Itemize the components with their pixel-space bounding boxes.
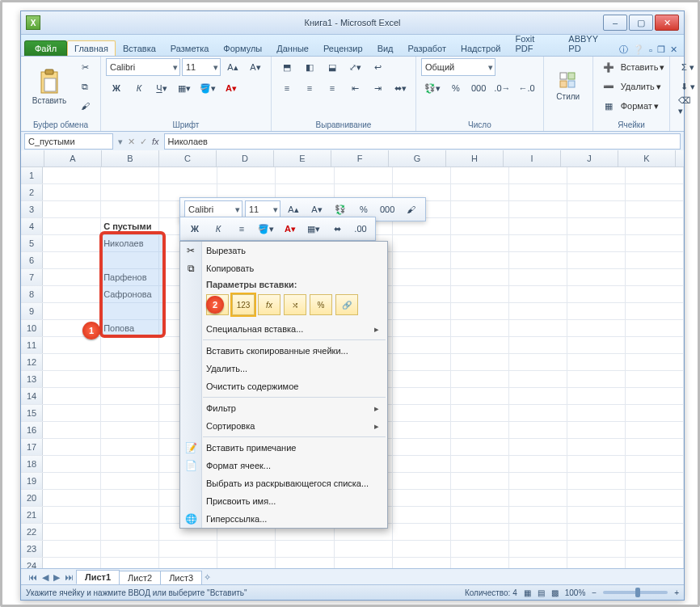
fx-icon[interactable]: fx xyxy=(152,137,159,146)
cell[interactable] xyxy=(43,524,101,540)
ctx-filter[interactable]: Фильтр▸ xyxy=(180,399,387,417)
tab-formulas[interactable]: Формулы xyxy=(216,40,269,56)
cell[interactable] xyxy=(393,286,451,302)
row-header[interactable]: 7 xyxy=(21,269,43,285)
cell[interactable] xyxy=(335,167,393,183)
tab-addins[interactable]: Надстрой xyxy=(453,40,508,56)
row-header[interactable]: 11 xyxy=(21,337,43,353)
cell[interactable] xyxy=(509,303,567,319)
inc-decimal-icon[interactable]: .0→ xyxy=(491,79,513,97)
cell[interactable] xyxy=(626,201,684,217)
align-left-icon[interactable]: ≡ xyxy=(276,79,297,97)
mini-bold-icon[interactable]: Ж xyxy=(184,220,205,238)
paste-transpose-icon[interactable]: ⤭ xyxy=(284,294,306,315)
align-right-icon[interactable]: ≡ xyxy=(322,79,343,97)
cell[interactable] xyxy=(509,235,567,251)
cell[interactable] xyxy=(159,167,217,183)
cell[interactable] xyxy=(101,337,159,353)
mini-font-select[interactable]: Calibri xyxy=(184,200,242,218)
cell[interactable] xyxy=(626,558,684,569)
cell[interactable] xyxy=(509,184,567,200)
delete-cells-label[interactable]: Удалить xyxy=(621,82,655,91)
styles-button[interactable]: Стили xyxy=(549,58,588,113)
cell[interactable] xyxy=(567,524,626,540)
cell[interactable] xyxy=(43,354,101,370)
cell[interactable] xyxy=(451,388,509,404)
zoom-level[interactable]: 100% xyxy=(565,588,586,597)
cell[interactable] xyxy=(567,320,626,336)
cell[interactable] xyxy=(451,184,509,200)
cell[interactable]: Парфенов xyxy=(101,269,159,285)
row-header[interactable]: 20 xyxy=(21,490,43,506)
cell[interactable] xyxy=(509,201,567,217)
cell[interactable] xyxy=(43,507,101,523)
cell[interactable] xyxy=(393,422,451,438)
cell[interactable] xyxy=(626,354,684,370)
cell[interactable] xyxy=(159,541,217,557)
ctx-name[interactable]: Присвоить имя... xyxy=(180,492,387,510)
row-header[interactable]: 17 xyxy=(21,439,43,455)
cell[interactable] xyxy=(451,320,509,336)
row-header[interactable]: 9 xyxy=(21,303,43,319)
cell[interactable] xyxy=(101,201,159,217)
cell[interactable] xyxy=(626,490,684,506)
cell[interactable] xyxy=(393,439,451,455)
cell[interactable] xyxy=(393,524,451,540)
cell[interactable] xyxy=(393,320,451,336)
cell[interactable] xyxy=(451,218,509,234)
cell[interactable] xyxy=(101,422,159,438)
cell[interactable] xyxy=(509,337,567,353)
sheet-nav-first-icon[interactable]: ⏮ xyxy=(26,572,40,582)
font-size-select[interactable]: 11 xyxy=(182,58,221,76)
cell[interactable] xyxy=(101,507,159,523)
paste-link-icon[interactable]: 🔗 xyxy=(335,294,358,315)
row-header[interactable]: 4 xyxy=(21,218,43,234)
cancel-formula-icon[interactable]: ✕ xyxy=(128,137,135,147)
cell[interactable] xyxy=(43,252,101,268)
cell[interactable] xyxy=(567,439,626,455)
cell[interactable] xyxy=(509,286,567,302)
cell[interactable] xyxy=(217,541,276,557)
cell[interactable] xyxy=(393,252,451,268)
cell[interactable] xyxy=(393,269,451,285)
cell[interactable] xyxy=(509,252,567,268)
cell[interactable] xyxy=(451,473,509,489)
cell[interactable] xyxy=(101,473,159,489)
align-top-icon[interactable]: ⬒ xyxy=(276,58,297,76)
row-header[interactable]: 18 xyxy=(21,456,43,472)
cell[interactable] xyxy=(393,388,451,404)
cell[interactable] xyxy=(509,371,567,387)
grow-font-icon[interactable]: A▴ xyxy=(222,58,243,76)
border-icon[interactable]: ▦▾ xyxy=(174,79,195,97)
cell[interactable] xyxy=(626,184,684,200)
help-icon[interactable]: ❔ xyxy=(633,44,644,55)
row-header[interactable]: 24 xyxy=(21,558,43,569)
col-header[interactable]: K xyxy=(618,150,676,167)
cell[interactable] xyxy=(509,422,567,438)
cell[interactable] xyxy=(626,456,684,472)
ctx-paste-special[interactable]: Специальная вставка...▸ xyxy=(180,320,387,338)
col-header[interactable]: J xyxy=(561,150,618,167)
window-opts-icon[interactable]: ▫ xyxy=(649,45,652,55)
cell[interactable] xyxy=(335,558,393,569)
italic-icon[interactable]: К xyxy=(129,79,150,97)
cell[interactable] xyxy=(567,371,626,387)
row-header[interactable]: 16 xyxy=(21,422,43,438)
select-all-corner[interactable] xyxy=(21,150,44,167)
view-normal-icon[interactable]: ▦ xyxy=(524,588,531,597)
tab-data[interactable]: Данные xyxy=(269,40,316,56)
formula-input[interactable]: Николаев xyxy=(164,133,681,150)
cell[interactable] xyxy=(393,371,451,387)
cell[interactable] xyxy=(101,184,159,200)
cell[interactable] xyxy=(43,269,101,285)
cell[interactable] xyxy=(451,456,509,472)
new-sheet-icon[interactable]: ✧ xyxy=(201,572,213,583)
tab-home[interactable]: Главная xyxy=(67,40,116,56)
cell[interactable] xyxy=(567,388,626,404)
cell[interactable] xyxy=(393,558,451,569)
zoom-slider[interactable] xyxy=(603,591,668,594)
cell[interactable] xyxy=(626,371,684,387)
mini-grow-font-icon[interactable]: A▴ xyxy=(283,200,304,218)
font-name-select[interactable]: Calibri xyxy=(106,58,180,76)
paste-button[interactable]: Вставить xyxy=(26,59,73,114)
